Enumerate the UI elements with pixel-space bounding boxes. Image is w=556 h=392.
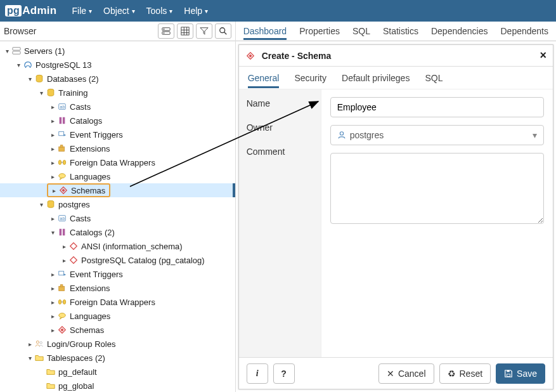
reset-button[interactable]: ♻Reset [439, 363, 491, 384]
tree-label: Schemas [70, 325, 104, 335]
tool-grid-button[interactable] [177, 23, 193, 39]
chevron-right-icon[interactable]: ▸ [48, 299, 57, 306]
tree-label: Foreign Data Wrappers [70, 158, 155, 167]
help-button[interactable]: ? [273, 363, 295, 384]
chevron-right-icon[interactable]: ▸ [48, 117, 57, 124]
tree-node-pgcatalog[interactable]: ▸PostgreSQL Catalog (pg_catalog) [0, 253, 235, 267]
tree-node-fdw[interactable]: ▸Foreign Data Wrappers [0, 155, 235, 169]
menu-object[interactable]: Object▾ [103, 6, 134, 16]
chevron-right-icon[interactable]: ▸ [48, 271, 57, 278]
tree-node-ansi[interactable]: ▸ANSI (information_schema) [0, 239, 235, 253]
dialog-tab-default-privileges[interactable]: Default privileges [342, 68, 410, 88]
tab-dependencies[interactable]: Dependencies [431, 22, 488, 40]
owner-select[interactable]: postgres ▾ [330, 125, 544, 145]
tool-search-button[interactable] [215, 23, 231, 39]
svg-rect-13 [13, 51, 20, 54]
chevron-right-icon[interactable]: ▸ [48, 327, 57, 334]
chevron-right-icon[interactable]: ▸ [48, 103, 57, 110]
chevron-right-icon[interactable]: ▸ [48, 173, 57, 180]
tool-properties-button[interactable] [158, 23, 174, 39]
tree-node-extensions2[interactable]: ▸Extensions [0, 281, 235, 295]
tree-node-event-triggers[interactable]: ▸Event Triggers [0, 127, 235, 141]
chevron-down-icon[interactable]: ▾ [48, 229, 57, 236]
save-button[interactable]: Save [496, 363, 545, 384]
tree-node-postgres-db[interactable]: ▾postgres [0, 197, 235, 211]
chevron-down-icon[interactable]: ▾ [14, 62, 23, 69]
database-icon [34, 74, 44, 84]
tree-node-pg-global[interactable]: ▸pg_global [0, 379, 235, 392]
tree-node-casts[interactable]: ▸abCasts [0, 100, 235, 114]
svg-marker-36 [70, 257, 77, 264]
info-button[interactable]: i [247, 363, 268, 384]
tab-properties[interactable]: Properties [299, 22, 340, 40]
chevron-right-icon[interactable]: ▸ [49, 187, 58, 194]
logo-rest: Admin [22, 4, 56, 17]
tree-node-extensions[interactable]: ▸Extensions [0, 141, 235, 155]
user-icon [337, 131, 346, 140]
dialog-tab-sql[interactable]: SQL [425, 68, 443, 88]
chevron-right-icon[interactable]: ▸ [48, 131, 57, 138]
tree-node-fdw2[interactable]: ▸Foreign Data Wrappers [0, 295, 235, 309]
tree-node-event-triggers2[interactable]: ▸Event Triggers [0, 267, 235, 281]
tree-node-login-roles[interactable]: ▸Login/Group Roles [0, 337, 235, 351]
chevron-down-icon[interactable]: ▾ [25, 75, 34, 82]
svg-point-24 [58, 160, 61, 165]
tree-label: Casts [70, 214, 91, 223]
browser-tree[interactable]: ▾Servers (1) ▾PostgreSQL 13 ▾Databases (… [0, 41, 235, 392]
catalog-icon [57, 115, 67, 126]
tab-dashboard[interactable]: Dashboard [243, 22, 287, 40]
chevron-right-icon[interactable]: ▸ [48, 145, 57, 152]
tree-node-languages2[interactable]: ▸Languages [0, 309, 235, 323]
chevron-right-icon[interactable]: ▸ [60, 243, 68, 250]
menu-tools[interactable]: Tools▾ [146, 6, 173, 16]
schema-icon [68, 255, 79, 265]
tree-node-servers[interactable]: ▾Servers (1) [0, 44, 235, 58]
tree-label: Catalogs [70, 116, 102, 126]
tree-node-languages[interactable]: ▸Languages [0, 169, 235, 183]
extension-icon [57, 143, 67, 154]
tree-node-tablespaces[interactable]: ▾Tablespaces (2) [0, 351, 235, 365]
svg-rect-33 [60, 229, 62, 236]
dialog-tab-security[interactable]: Security [294, 68, 326, 88]
tab-sql[interactable]: SQL [352, 22, 370, 40]
menubar: pgAdmin File▾ Object▾ Tools▾ Help▾ [0, 0, 556, 22]
chevron-right-icon[interactable]: ▸ [48, 215, 57, 222]
cancel-button[interactable]: ✕Cancel [378, 363, 434, 384]
close-button[interactable]: × [540, 49, 546, 62]
tree-label: ANSI (information_schema) [81, 242, 183, 251]
chevron-right-icon[interactable]: ▸ [48, 285, 57, 292]
chevron-right-icon[interactable]: ▸ [25, 341, 34, 348]
tool-filter-button[interactable] [196, 23, 212, 39]
database-icon [46, 88, 56, 98]
save-label: Save [517, 369, 537, 379]
chevron-down-icon[interactable]: ▾ [37, 89, 46, 96]
chevron-right-icon[interactable]: ▸ [48, 313, 57, 320]
tree-node-pg-default[interactable]: ▸pg_default [0, 365, 235, 379]
tab-dependents[interactable]: Dependents [500, 22, 548, 40]
chevron-right-icon[interactable]: ▸ [48, 159, 57, 166]
comment-textarea[interactable] [330, 153, 544, 224]
tree-node-postgresql13[interactable]: ▾PostgreSQL 13 [0, 58, 235, 72]
tab-statistics[interactable]: Statistics [383, 22, 418, 40]
tree-node-casts2[interactable]: ▸abCasts [0, 211, 235, 225]
name-input[interactable] [330, 97, 544, 117]
tree-label: Login/Group Roles [47, 339, 115, 349]
event-trigger-icon [57, 269, 67, 279]
tree-node-databases[interactable]: ▾Databases (2) [0, 72, 235, 86]
svg-point-51 [340, 132, 343, 135]
tree-node-catalogs[interactable]: ▸Catalogs [0, 114, 235, 127]
tree-node-schemas2[interactable]: ▸Schemas [0, 323, 235, 337]
tree-node-schemas-selected[interactable]: ▸ Schemas [0, 183, 235, 197]
chevron-right-icon[interactable]: ▸ [60, 257, 68, 264]
svg-rect-53 [507, 370, 509, 372]
menu-help[interactable]: Help▾ [184, 6, 208, 16]
tree-node-training[interactable]: ▾Training [0, 86, 235, 100]
dialog-tab-general[interactable]: General [248, 68, 280, 88]
tree-node-catalogs2[interactable]: ▾Catalogs (2) [0, 225, 235, 239]
svg-marker-9 [200, 28, 208, 35]
cast-icon: ab [57, 101, 67, 112]
menu-file[interactable]: File▾ [72, 6, 93, 16]
chevron-down-icon[interactable]: ▾ [37, 201, 46, 208]
chevron-down-icon[interactable]: ▾ [25, 355, 34, 362]
chevron-down-icon[interactable]: ▾ [3, 48, 11, 55]
